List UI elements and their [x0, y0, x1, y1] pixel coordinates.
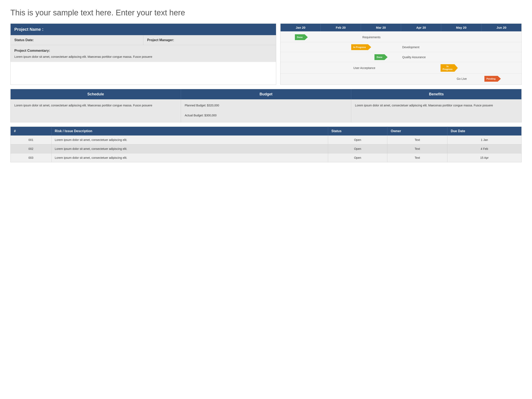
gantt-col-apr: Apr 20: [401, 24, 441, 31]
requirements-badge-label: Done: [295, 34, 305, 40]
risk-due: 15 Apr: [447, 153, 521, 162]
gantt-body: Done Requirements In Progress: [280, 31, 521, 85]
risk-desc: Lorem ipsum dolor sit amet, consectetuer…: [51, 145, 328, 153]
risk-col-desc: Risk / Issue Description: [51, 127, 328, 136]
project-fields-row: Status Date: Project Manager:: [11, 35, 276, 45]
risk-table-row: 001 Lorem ipsum dolor sit amet, consecte…: [11, 135, 522, 145]
gantt-row-uat: User Acceptance InProgress: [280, 62, 521, 74]
risk-num: 003: [11, 153, 51, 162]
requirements-label: Requirements: [361, 36, 382, 39]
uat-badge-label: InProgress: [441, 64, 455, 72]
gantt-col-feb: Feb 20: [321, 24, 361, 31]
risk-status: Open: [328, 135, 387, 145]
benefits-header: Benefits: [351, 89, 521, 99]
qa-badge-tip: [385, 54, 387, 60]
risk-owner: Text: [387, 153, 447, 162]
development-badge-label: In Progress: [351, 44, 368, 50]
qa-label: Quality Assurance: [401, 56, 427, 59]
gantt-row-requirements: Done Requirements: [280, 32, 521, 42]
risk-table-header-row: # Risk / Issue Description Status Owner …: [11, 127, 522, 136]
gantt-col-may: May 20: [441, 24, 481, 31]
gantt-chart: Jan 20 Feb 20 Mar 20 Apr 20 May 20 Jun 2…: [280, 24, 522, 85]
top-section: Project Name : Status Date: Project Mana…: [10, 24, 522, 85]
risk-num: 002: [11, 145, 51, 153]
golive-badge-tip: [498, 76, 501, 82]
risk-col-due: Due Date: [447, 127, 521, 136]
risk-due: 4 Feb: [447, 145, 521, 153]
risk-due: 1 Jan: [447, 135, 521, 145]
benefits-content: Lorem ipsum dolor sit amet, consectetuer…: [351, 99, 521, 122]
development-badge-tip: [368, 44, 371, 50]
budget-content: Planned Budget: $320,000 Actual Budget: …: [181, 99, 351, 122]
risk-status: Open: [328, 145, 387, 153]
risk-col-num: #: [11, 127, 51, 136]
development-label: Development: [401, 45, 421, 49]
commentary-heading: Project Commentary:: [14, 48, 272, 53]
project-manager-field: Project Manager:: [143, 35, 276, 45]
project-info-panel: Project Name : Status Date: Project Mana…: [10, 24, 276, 85]
golive-label: Go Live: [456, 77, 468, 80]
planned-budget: Planned Budget: $320,000: [185, 103, 348, 108]
requirements-badge-tip: [305, 34, 308, 40]
risk-desc: Lorem ipsum dolor sit amet, consectetuer…: [51, 135, 328, 145]
mid-body: Lorem ipsum dolor sit amet, consectetuer…: [11, 99, 521, 122]
gantt-header: Jan 20 Feb 20 Mar 20 Apr 20 May 20 Jun 2…: [280, 24, 521, 31]
risk-owner: Text: [387, 145, 447, 153]
golive-badge: Pending: [484, 76, 501, 82]
risk-status: Open: [328, 153, 387, 162]
budget-header: Budget: [181, 89, 351, 99]
page-title: This is your sample text here. Enter you…: [10, 8, 522, 17]
mid-section: Schedule Budget Benefits Lorem ipsum dol…: [10, 89, 522, 122]
gantt-row-development: In Progress Development: [280, 42, 521, 52]
schedule-header: Schedule: [11, 89, 181, 99]
requirements-badge: Done: [295, 34, 308, 40]
gantt-col-mar: Mar 20: [361, 24, 401, 31]
mid-header: Schedule Budget Benefits: [11, 89, 521, 99]
risk-num: 001: [11, 135, 51, 145]
qa-badge-label: Done: [374, 54, 385, 60]
gantt-row-qa: Done Quality Assurance: [280, 52, 521, 62]
project-name-row: Project Name :: [11, 24, 276, 35]
gantt-row-golive: Go Live Pending: [280, 74, 521, 84]
golive-badge-label: Pending: [484, 76, 498, 82]
risk-owner: Text: [387, 135, 447, 145]
uat-badge: InProgress: [441, 64, 458, 72]
qa-badge: Done: [374, 54, 387, 60]
gantt-col-jan: Jan 20: [280, 24, 321, 31]
risk-desc: Lorem ipsum dolor sit amet, consectetuer…: [51, 153, 328, 162]
project-commentary-row: Project Commentary: Lorem ipsum dolor si…: [11, 45, 276, 62]
risk-table-row: 003 Lorem ipsum dolor sit amet, consecte…: [11, 153, 522, 162]
status-date-field: Status Date:: [11, 35, 143, 45]
development-badge: In Progress: [351, 44, 371, 50]
uat-badge-tip: [455, 64, 458, 72]
risk-table: # Risk / Issue Description Status Owner …: [10, 127, 522, 162]
uat-label: User Acceptance: [352, 66, 377, 70]
actual-budget: Actual Budget: $300,000: [185, 113, 348, 118]
risk-table-row: 002 Lorem ipsum dolor sit amet, consecte…: [11, 145, 522, 153]
risk-col-status: Status: [328, 127, 387, 136]
schedule-content: Lorem ipsum dolor sit amet, consectetuer…: [11, 99, 181, 122]
project-name-label: Project Name :: [14, 27, 44, 32]
gantt-col-jun: Jun 20: [481, 24, 521, 31]
risk-col-owner: Owner: [387, 127, 447, 136]
commentary-text: Lorem ipsum dolor sit amet, consectetuer…: [14, 55, 272, 59]
